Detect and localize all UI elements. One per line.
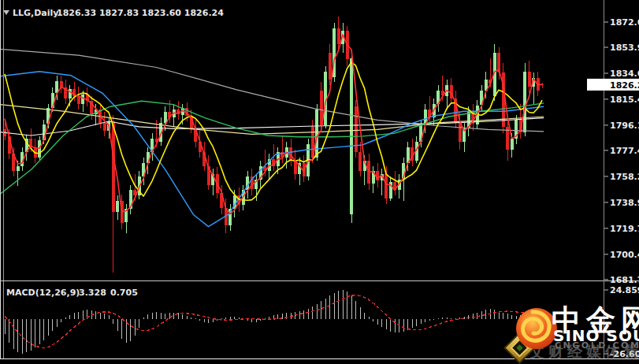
macd-signal-line bbox=[5, 295, 542, 348]
macd-indicator-name: MACD(12,26,9) bbox=[6, 288, 80, 298]
current-price-label: 1826.24 bbox=[610, 80, 639, 91]
price-axis-label: 1758.20 bbox=[610, 172, 639, 182]
candle-body bbox=[315, 110, 318, 158]
candle-body bbox=[511, 139, 514, 150]
candle-body bbox=[81, 95, 84, 104]
macd-signal-value: 0.705 bbox=[110, 288, 138, 298]
candle-body bbox=[459, 123, 462, 142]
collapse-triangle-icon[interactable] bbox=[3, 10, 9, 15]
price-axis-label: 1700.45 bbox=[610, 250, 639, 260]
candle-body bbox=[359, 152, 362, 171]
ma-red bbox=[5, 35, 542, 214]
macd-label: MACD(12,26,9) 3.328 0.705 bbox=[6, 288, 138, 298]
candle-body bbox=[116, 201, 119, 212]
chart-title: LLG,Daily 1826.33 1827.83 1823.60 1826.2… bbox=[3, 8, 224, 18]
price-axis-label: 1681.75 bbox=[610, 275, 639, 285]
frame-lines bbox=[0, 0, 639, 359]
mt4-chart-window: 1872.601853.901834.651815.401796.151777.… bbox=[0, 0, 639, 364]
price-axis[interactable]: 1872.601853.901834.651815.401796.151777.… bbox=[587, 17, 639, 285]
candle-body bbox=[38, 140, 41, 158]
price-axis-label: 1777.45 bbox=[610, 146, 639, 156]
candle-body bbox=[385, 174, 388, 199]
ohlc-values-label: 1826.33 1827.83 1823.60 1826.24 bbox=[57, 8, 224, 18]
moving-averages bbox=[0, 35, 544, 227]
candle-body bbox=[164, 112, 167, 123]
symbol-period-label: LLG,Daily bbox=[13, 8, 59, 18]
price-chart-svg[interactable]: 1872.601853.901834.651815.401796.151777.… bbox=[0, 0, 639, 364]
ma-silver bbox=[0, 49, 544, 131]
ma-green bbox=[0, 101, 544, 194]
macd-main-value: 3.328 bbox=[79, 288, 106, 298]
price-axis-label: 1719.70 bbox=[610, 224, 639, 234]
candle-body bbox=[337, 28, 340, 45]
candle-body bbox=[523, 72, 526, 132]
price-axis-label: 1796.15 bbox=[610, 121, 639, 131]
price-axis-label: 1834.65 bbox=[610, 69, 639, 79]
macd-axis-label: 24.859 bbox=[610, 285, 639, 295]
candle-body bbox=[528, 72, 531, 87]
price-axis-label: 1872.60 bbox=[610, 17, 639, 28]
watermark: 中文财经媒体集团 中金网 SINO SOUND CNGOLD.COM.CN bbox=[504, 303, 639, 363]
price-axis-label: 1853.90 bbox=[610, 43, 639, 53]
candle-body bbox=[17, 166, 20, 172]
watermark-domain: CNGOLD.COM.CN bbox=[555, 340, 639, 351]
plot-layer[interactable]: 1872.601853.901834.651815.401796.151777.… bbox=[0, 0, 639, 359]
price-axis-label: 1815.40 bbox=[610, 95, 639, 105]
macd-histogram[interactable] bbox=[5, 290, 542, 353]
candle-body bbox=[112, 121, 115, 212]
candlesticks[interactable] bbox=[3, 17, 544, 273]
candle-body bbox=[329, 53, 332, 80]
price-axis-label: 1738.95 bbox=[610, 198, 639, 208]
ma-khaki bbox=[0, 105, 544, 135]
candle-body bbox=[103, 123, 106, 131]
